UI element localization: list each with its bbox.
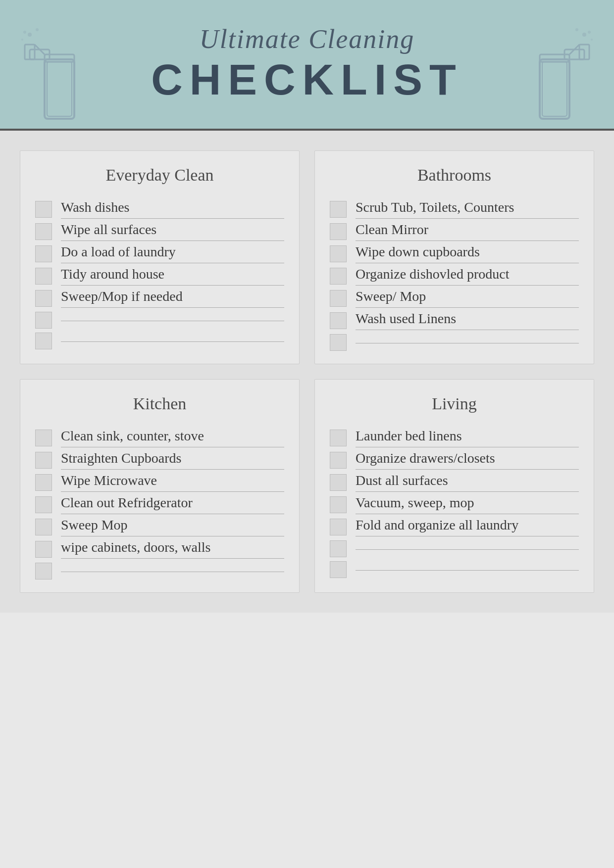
svg-point-8 bbox=[21, 39, 23, 41]
svg-point-18 bbox=[591, 39, 593, 41]
list-item: Wash dishes bbox=[35, 199, 284, 219]
item-label: Clean sink, counter, stove bbox=[61, 428, 284, 446]
header-title: CHECKLIST bbox=[151, 54, 463, 105]
main-grid: Everyday Clean Wash dishes Wipe all surf… bbox=[0, 131, 614, 613]
item-label: Wipe all surfaces bbox=[61, 222, 284, 240]
item-label: Straighten Cupboards bbox=[61, 450, 284, 468]
checkbox[interactable] bbox=[35, 268, 52, 285]
checkbox[interactable] bbox=[330, 452, 347, 469]
section-bathrooms: Bathrooms Scrub Tub, Toilets, Counters C… bbox=[314, 150, 594, 364]
section-everyday-title: Everyday Clean bbox=[35, 166, 284, 185]
section-kitchen: Kitchen Clean sink, counter, stove Strai… bbox=[20, 379, 300, 593]
list-item: Organize dishovled product bbox=[330, 266, 579, 286]
checkbox[interactable] bbox=[35, 430, 52, 446]
item-label: Sweep/ Mop bbox=[356, 289, 579, 306]
svg-point-17 bbox=[588, 31, 591, 34]
checkbox[interactable] bbox=[35, 333, 52, 349]
list-item: Sweep/Mop if needed bbox=[35, 289, 284, 308]
page-header: Ultimate Cleaning CHECKLIST bbox=[0, 0, 614, 129]
empty-row bbox=[35, 333, 284, 349]
svg-rect-1 bbox=[47, 62, 72, 116]
list-item: Wash used Linens bbox=[330, 311, 579, 330]
svg-point-6 bbox=[36, 28, 39, 31]
checkbox[interactable] bbox=[330, 268, 347, 285]
header-subtitle: Ultimate Cleaning bbox=[151, 24, 463, 54]
section-kitchen-title: Kitchen bbox=[35, 394, 284, 413]
item-label: Wash used Linens bbox=[356, 311, 579, 329]
list-item: Clean Mirror bbox=[330, 222, 579, 241]
spray-bottle-left-icon bbox=[20, 20, 84, 124]
item-label: Tidy around house bbox=[61, 266, 284, 284]
svg-point-5 bbox=[28, 33, 32, 37]
checkbox[interactable] bbox=[35, 563, 52, 579]
checkbox[interactable] bbox=[35, 290, 52, 307]
checkbox[interactable] bbox=[330, 430, 347, 446]
svg-rect-0 bbox=[45, 59, 74, 119]
item-label: Vacuum, sweep, mop bbox=[356, 495, 579, 513]
list-item: Organize drawers/closets bbox=[330, 450, 579, 470]
list-item: Launder bed linens bbox=[330, 428, 579, 447]
item-label: Organize drawers/closets bbox=[356, 450, 579, 468]
section-bathrooms-title: Bathrooms bbox=[330, 166, 579, 185]
checkbox[interactable] bbox=[330, 201, 347, 218]
list-item: wipe cabinets, doors, walls bbox=[35, 539, 284, 559]
item-label: Clean out Refridgerator bbox=[61, 495, 284, 513]
list-item: Do a load of laundry bbox=[35, 244, 284, 263]
item-label: Wash dishes bbox=[61, 199, 284, 217]
svg-point-16 bbox=[575, 28, 578, 31]
item-label: Scrub Tub, Toilets, Counters bbox=[356, 199, 579, 217]
item-label: Wipe down cupboards bbox=[356, 244, 579, 262]
item-label: wipe cabinets, doors, walls bbox=[61, 539, 284, 557]
list-item: Scrub Tub, Toilets, Counters bbox=[330, 199, 579, 219]
list-item: Wipe all surfaces bbox=[35, 222, 284, 241]
checkbox[interactable] bbox=[35, 496, 52, 513]
checkbox[interactable] bbox=[330, 519, 347, 535]
section-living-title: Living bbox=[330, 394, 579, 413]
checkbox[interactable] bbox=[35, 312, 52, 329]
checkbox[interactable] bbox=[35, 245, 52, 262]
item-label: Organize dishovled product bbox=[356, 266, 579, 284]
list-item: Straighten Cupboards bbox=[35, 450, 284, 470]
checkbox[interactable] bbox=[330, 312, 347, 329]
item-label: Fold and organize all laundry bbox=[356, 517, 579, 535]
item-label: Do a load of laundry bbox=[61, 244, 284, 262]
empty-row bbox=[330, 540, 579, 557]
svg-point-7 bbox=[23, 31, 26, 34]
list-item: Wipe down cupboards bbox=[330, 244, 579, 263]
item-label: Wipe Microwave bbox=[61, 473, 284, 490]
checkbox[interactable] bbox=[330, 496, 347, 513]
section-living: Living Launder bed linens Organize drawe… bbox=[314, 379, 594, 593]
checkbox[interactable] bbox=[35, 201, 52, 218]
checkbox[interactable] bbox=[330, 540, 347, 557]
list-item: Sweep/ Mop bbox=[330, 289, 579, 308]
item-label: Dust all surfaces bbox=[356, 473, 579, 490]
checkbox[interactable] bbox=[330, 223, 347, 240]
checkbox[interactable] bbox=[35, 474, 52, 491]
checkbox[interactable] bbox=[330, 334, 347, 351]
checkbox[interactable] bbox=[35, 223, 52, 240]
checkbox[interactable] bbox=[330, 290, 347, 307]
spray-bottle-right-icon bbox=[530, 20, 594, 124]
item-label: Sweep/Mop if needed bbox=[61, 289, 284, 306]
item-label: Sweep Mop bbox=[61, 517, 284, 535]
list-item: Fold and organize all laundry bbox=[330, 517, 579, 536]
list-item: Clean out Refridgerator bbox=[35, 495, 284, 514]
list-item: Wipe Microwave bbox=[35, 473, 284, 492]
empty-row bbox=[35, 312, 284, 329]
empty-row bbox=[35, 563, 284, 579]
section-everyday: Everyday Clean Wash dishes Wipe all surf… bbox=[20, 150, 300, 364]
checkbox[interactable] bbox=[330, 561, 347, 578]
svg-point-15 bbox=[582, 33, 586, 37]
checkbox[interactable] bbox=[35, 541, 52, 558]
header-text-block: Ultimate Cleaning CHECKLIST bbox=[151, 24, 463, 105]
svg-rect-10 bbox=[540, 59, 569, 119]
list-item: Tidy around house bbox=[35, 266, 284, 286]
checkbox[interactable] bbox=[35, 519, 52, 535]
item-label: Launder bed linens bbox=[356, 428, 579, 446]
checkbox[interactable] bbox=[330, 474, 347, 491]
checkbox[interactable] bbox=[330, 245, 347, 262]
list-item: Sweep Mop bbox=[35, 517, 284, 536]
empty-row bbox=[330, 561, 579, 578]
empty-row bbox=[330, 334, 579, 351]
checkbox[interactable] bbox=[35, 452, 52, 469]
